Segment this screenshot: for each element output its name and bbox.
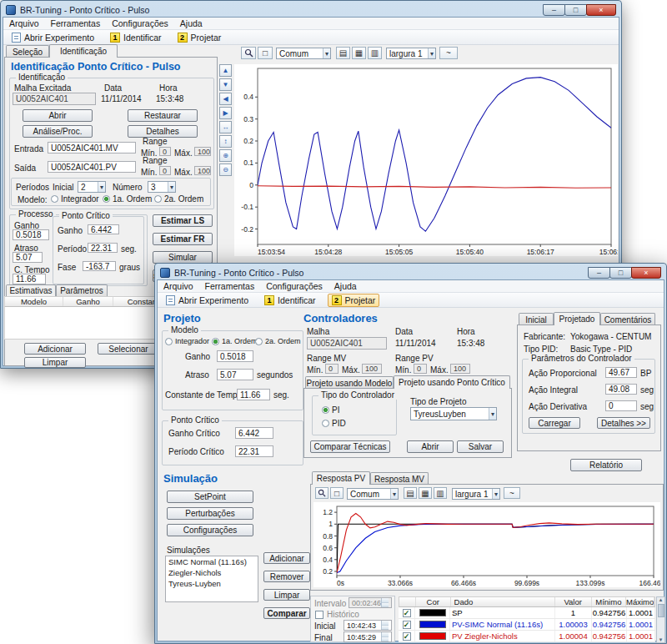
- grid-icon[interactable]: ▤: [336, 47, 350, 59]
- spinner-arrows-icon[interactable]: [381, 621, 389, 630]
- select-area-icon[interactable]: □: [330, 487, 344, 499]
- malha-field[interactable]: U0052AIC401: [307, 337, 387, 350]
- numero-combo[interactable]: 3▾: [148, 181, 176, 193]
- row-checkbox[interactable]: ✓: [403, 632, 411, 641]
- line-style-icon[interactable]: ~: [504, 487, 520, 499]
- detalhes-button[interactable]: Detalhes: [128, 125, 198, 138]
- legend-icon[interactable]: ▥: [434, 487, 447, 499]
- tab-projeto-modelo[interactable]: Projeto usando Modelo: [305, 376, 394, 389]
- menu-ferramentas[interactable]: Ferramentas: [45, 18, 107, 28]
- malha-field[interactable]: U0052AIC401: [13, 93, 96, 105]
- estimar-fr-button[interactable]: Estimar FR: [153, 233, 213, 245]
- zoom-icon[interactable]: [241, 47, 256, 59]
- titlebar[interactable]: BR-Tuning - Ponto Crítico - Pulso – □ ×: [3, 3, 619, 17]
- tipo-projeto-combo[interactable]: TyreusLuyben▾: [410, 407, 497, 420]
- pan-left-icon[interactable]: ◀: [219, 93, 232, 105]
- min-mv-field[interactable]: 0: [325, 364, 339, 374]
- fase-field[interactable]: -163.7: [83, 261, 116, 271]
- list-item[interactable]: Tyreus-Luyben: [166, 578, 258, 589]
- tab-identificacao[interactable]: Identificação: [49, 44, 118, 58]
- row-checkbox[interactable]: ✓: [403, 621, 411, 629]
- relatorio-button[interactable]: Relatório: [570, 459, 642, 471]
- simular-button[interactable]: Simular: [153, 251, 213, 264]
- selecionar-button[interactable]: Selecionar: [98, 343, 159, 355]
- stretch-x-icon[interactable]: ↔: [219, 121, 232, 133]
- max-pv-field[interactable]: 100: [450, 364, 470, 374]
- max-pv-field[interactable]: 100: [194, 166, 211, 175]
- zoom-icon[interactable]: [315, 487, 328, 499]
- pan-down-icon[interactable]: ▼: [219, 78, 232, 91]
- table-row-sp[interactable]: ✓ SP 1 0.942756 1.0001: [399, 607, 655, 619]
- setpoint-button[interactable]: SetPoint: [167, 491, 253, 503]
- acao-derivativa-field[interactable]: 0: [605, 400, 637, 411]
- inicial-combo[interactable]: 2▾: [78, 181, 106, 193]
- select-area-icon[interactable]: □: [258, 47, 273, 59]
- open-experiment-button[interactable]: Abrir Experimento: [162, 294, 253, 307]
- comparar-button[interactable]: Comparar: [263, 607, 310, 619]
- adicionar-button[interactable]: Adicionar: [263, 552, 310, 564]
- perturbacoes-button[interactable]: Perturbações: [167, 507, 253, 520]
- step2-projetar-button[interactable]: 2 Projetar: [173, 31, 226, 44]
- stretch-y-icon[interactable]: ↕: [219, 135, 232, 148]
- saida-field[interactable]: U0052AIC401.PV: [48, 161, 136, 173]
- abrir-button[interactable]: Abrir: [407, 440, 454, 453]
- limpar-button[interactable]: Limpar: [263, 589, 310, 601]
- menu-arquivo[interactable]: Arquivo: [158, 281, 199, 291]
- tab-comentarios[interactable]: Comentários: [600, 313, 655, 325]
- remover-button[interactable]: Remover: [263, 571, 310, 582]
- pan-up-icon[interactable]: ▲: [219, 64, 232, 77]
- radio-1a-ordem[interactable]: 1a. Ordem: [212, 337, 258, 345]
- simulacoes-list[interactable]: SIMC Normal (11.16s) Ziegler-Nichols Tyr…: [165, 556, 258, 602]
- carregar-button[interactable]: Carregar: [529, 417, 580, 429]
- limpar-button[interactable]: Limpar: [24, 357, 86, 368]
- list-item[interactable]: SIMC Normal (11.16s): [166, 556, 258, 567]
- table-view-icon[interactable]: ▦: [419, 487, 432, 499]
- scroll-thumb[interactable]: [658, 604, 664, 617]
- ganho-critico-field[interactable]: 6.442: [88, 224, 119, 234]
- ganho-critico-field[interactable]: 6.442: [235, 427, 273, 439]
- response-chart[interactable]: 1.210.80.60.40.20s33.066s66.466s99.699s1…: [313, 502, 660, 587]
- comparar-tecnicas-button[interactable]: Comparar Técnicas: [310, 440, 390, 453]
- final-spinner[interactable]: 10:45:29: [344, 631, 392, 642]
- ctempo-field[interactable]: 11.66: [13, 274, 46, 284]
- titlebar[interactable]: BR-Tuning - Ponto Crítico - Pulso – □ ×: [157, 265, 664, 279]
- acao-integral-field[interactable]: 49.08: [605, 384, 637, 395]
- step2-projetar-button[interactable]: 2 Projetar: [328, 294, 380, 307]
- close-button[interactable]: ×: [586, 4, 616, 16]
- min-pv-field[interactable]: 0: [159, 166, 171, 175]
- line-width-combo[interactable]: largura 1▾: [452, 488, 500, 500]
- radio-2a-ordem[interactable]: 2a. Ordem: [255, 337, 301, 345]
- radio-integrador[interactable]: Integrador: [165, 337, 209, 345]
- tab-projeto-ponto-critico[interactable]: Projeto usando Ponto Crítico: [394, 375, 510, 389]
- radio-2a-ordem[interactable]: 2a. Ordem: [154, 194, 203, 204]
- ganho-field[interactable]: 0.5018: [217, 350, 253, 362]
- atraso-field[interactable]: 5.07: [217, 369, 253, 380]
- tab-inicial[interactable]: Inicial: [519, 313, 554, 325]
- menu-configuracoes[interactable]: Configurações: [260, 281, 328, 291]
- intervalo-spinner[interactable]: 00:02:46: [349, 597, 392, 608]
- menu-ferramentas[interactable]: Ferramentas: [199, 281, 261, 291]
- table-row-zn[interactable]: ✓ PV Ziegler-Nichols 1.00004 0.942756 1.…: [399, 631, 655, 642]
- radio-integrador[interactable]: Integrador: [51, 194, 99, 204]
- max-mv-field[interactable]: 100: [194, 147, 211, 156]
- table-view-icon[interactable]: ▦: [352, 47, 366, 59]
- max-mv-field[interactable]: 100: [362, 364, 382, 374]
- tab-estimativas[interactable]: Estimativas: [6, 284, 56, 296]
- scale-combo[interactable]: Comum▾: [276, 48, 331, 59]
- row-checkbox[interactable]: ✓: [403, 609, 411, 617]
- table-row-simc[interactable]: ✓ PV-SIMC Normal (11.16s) 1.00003 0.9427…: [399, 619, 655, 631]
- spinner-arrows-icon[interactable]: [381, 632, 389, 641]
- salvar-button[interactable]: Salvar: [457, 440, 504, 453]
- min-mv-field[interactable]: 0: [159, 147, 171, 156]
- maximize-button[interactable]: □: [564, 4, 587, 16]
- legend-icon[interactable]: ▥: [368, 47, 382, 59]
- radio-pi[interactable]: PI: [322, 405, 339, 415]
- zoom-out-icon[interactable]: ⊖: [219, 164, 232, 176]
- tab-projetado[interactable]: Projetado: [554, 312, 600, 325]
- restaurar-button[interactable]: Restaurar: [128, 109, 198, 122]
- menu-configuracoes[interactable]: Configurações: [106, 18, 174, 28]
- grid-icon[interactable]: ▤: [404, 487, 417, 499]
- open-experiment-button[interactable]: Abrir Experimento: [8, 31, 98, 44]
- detalhes-button[interactable]: Detalhes >>: [597, 417, 650, 429]
- step1-identificar-button[interactable]: 1 Identificar: [260, 294, 320, 307]
